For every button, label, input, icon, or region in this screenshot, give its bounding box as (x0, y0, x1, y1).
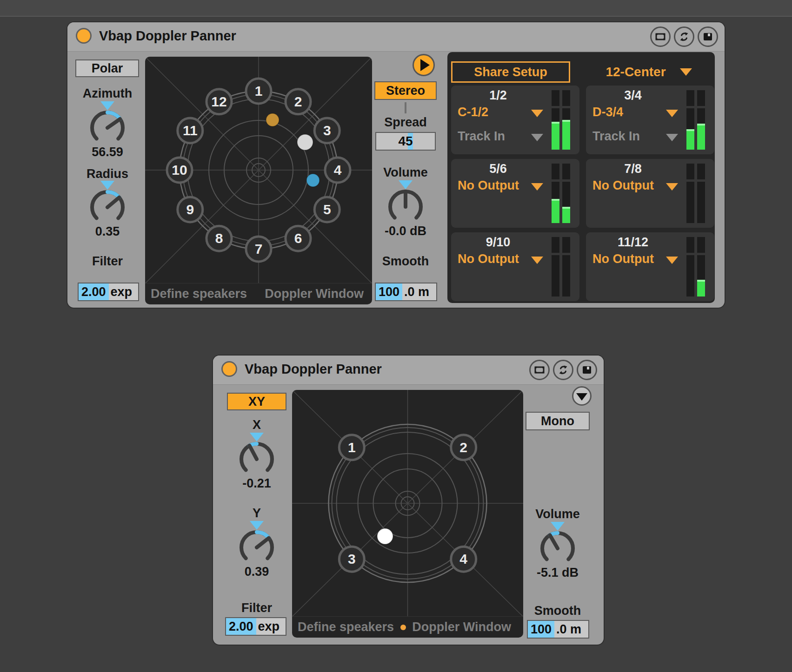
meter-notch (552, 106, 559, 108)
azimuth-knob-dial[interactable] (85, 107, 130, 147)
volume-value[interactable]: -5.1 dB (537, 566, 579, 580)
device-title-bar[interactable]: Vbap Doppler Panner (67, 22, 725, 52)
x-value[interactable]: -0.21 (242, 476, 271, 491)
filter-numbox[interactable]: 2.00 exp (225, 617, 286, 636)
volume-knob-dial[interactable] (535, 527, 580, 567)
chevron-down-icon[interactable] (666, 134, 678, 141)
chevron-down-icon[interactable] (666, 110, 678, 117)
output-select[interactable]: No Output (458, 252, 519, 266)
radius-knob-dial[interactable] (85, 186, 130, 226)
volume-knob[interactable]: -5.1 dB (535, 522, 580, 580)
blue-source-dot[interactable] (306, 174, 319, 187)
sync-arrows-icon (558, 364, 569, 376)
chevron-down-icon[interactable] (531, 257, 543, 264)
svg-text:2: 2 (294, 94, 302, 109)
svg-text:3: 3 (348, 551, 356, 567)
ableton-device-view: Vbap Doppler Panner (0, 0, 792, 672)
chevron-down-icon[interactable] (666, 183, 678, 191)
speaker-2: 2 (451, 435, 476, 460)
level-meter (697, 164, 705, 223)
azimuth-value[interactable]: 56.59 (92, 145, 123, 159)
save-preset-button[interactable] (698, 26, 718, 47)
cell-channel-label: 9/10 (451, 235, 545, 250)
smooth-value[interactable]: 100 (376, 283, 402, 300)
orange-source-dot[interactable] (266, 113, 279, 126)
white-source-dot[interactable] (377, 528, 393, 544)
spread-value[interactable]: 45 (376, 133, 435, 150)
speaker-preset-dropdown[interactable]: 12-Center (586, 61, 712, 83)
define-speakers-link[interactable]: Define speakers (151, 287, 247, 301)
play-button[interactable] (413, 54, 435, 76)
volume-knob-dial[interactable] (383, 186, 428, 226)
x-knob-dial[interactable] (234, 438, 279, 478)
volume-knob[interactable]: -0.0 dB (383, 180, 428, 238)
smooth-numbox[interactable]: 100 .0 m (527, 620, 589, 639)
y-knob-dial[interactable] (234, 527, 279, 567)
radius-value[interactable]: 0.35 (95, 224, 120, 239)
meter-fill (552, 122, 559, 150)
svg-text:10: 10 (172, 162, 187, 178)
silver-source-dot[interactable] (297, 134, 313, 150)
fold-button[interactable] (572, 386, 592, 406)
output-select[interactable]: No Output (458, 178, 519, 193)
channel-mode-stereo[interactable]: Stereo (374, 81, 437, 100)
x-knob[interactable]: -0.21 (234, 433, 279, 491)
max-editor-button[interactable] (650, 26, 671, 47)
speaker-5: 5 (314, 197, 339, 222)
xy-display-canvas[interactable]: 1234 (292, 390, 523, 617)
output-select[interactable]: D-3/4 (592, 105, 623, 119)
volume-value[interactable]: -0.0 dB (385, 224, 426, 238)
cell-channel-label: 11/12 (586, 235, 680, 250)
doppler-window-link[interactable]: Doppler Window (412, 620, 511, 634)
device-activator-led[interactable] (221, 361, 237, 377)
meter-fill (697, 280, 705, 296)
speaker-3: 3 (314, 118, 339, 143)
max-editor-button[interactable] (529, 360, 550, 380)
y-knob[interactable]: 0.39 (234, 521, 279, 579)
mode-toggle-xy[interactable]: XY (227, 393, 286, 410)
hot-swap-button[interactable] (674, 26, 694, 47)
chevron-down-icon[interactable] (531, 134, 543, 141)
chevron-down-icon[interactable] (666, 257, 678, 264)
define-speakers-link[interactable]: Define speakers (298, 620, 394, 634)
filter-numbox[interactable]: 2.00 exp (78, 283, 139, 301)
speaker-12: 12 (206, 89, 232, 114)
filter-value[interactable]: 2.00 (79, 283, 109, 300)
speaker-preset-value[interactable]: 12-Center (606, 65, 666, 79)
polar-panner-display[interactable]: 123456789101112 Define speakers Doppler … (145, 57, 372, 304)
output-routing-panel: Share Setup 12-Center 1/2C-1/2Track In3/… (447, 52, 715, 303)
device-title-bar[interactable]: Vbap Doppler Panner (213, 356, 604, 385)
output-select[interactable]: C-1/2 (458, 105, 488, 119)
y-value[interactable]: 0.39 (245, 565, 269, 579)
frame-icon (534, 365, 545, 375)
doppler-window-link[interactable]: Doppler Window (265, 287, 364, 301)
spread-slider[interactable]: 45 (375, 132, 436, 151)
save-preset-button[interactable] (577, 360, 597, 380)
mode-toggle-polar[interactable]: Polar (75, 59, 139, 77)
filter-unit: exp (109, 283, 138, 300)
input-select[interactable]: Track In (458, 129, 505, 144)
frame-icon (655, 32, 666, 41)
svg-text:8: 8 (215, 231, 223, 246)
device-activator-led[interactable] (76, 28, 92, 44)
hot-swap-button[interactable] (553, 360, 573, 380)
share-setup-button[interactable]: Share Setup (451, 61, 570, 83)
chevron-down-icon[interactable] (680, 68, 692, 76)
smooth-numbox[interactable]: 100 .0 m (375, 283, 437, 301)
chevron-down-icon[interactable] (531, 183, 543, 191)
output-select[interactable]: No Output (592, 252, 654, 266)
azimuth-knob[interactable]: 56.59 (85, 101, 130, 159)
radius-knob[interactable]: 0.35 (85, 181, 130, 239)
output-select[interactable]: No Output (592, 178, 654, 193)
level-meter (697, 90, 705, 150)
output-cell: 3/4D-3/4Track In (586, 86, 714, 154)
chevron-down-icon[interactable] (531, 110, 543, 117)
polar-display-canvas[interactable]: 123456789101112 (145, 57, 372, 283)
smooth-value[interactable]: 100 (528, 621, 554, 638)
filter-value[interactable]: 2.00 (226, 618, 256, 635)
output-cell: 11/12No Output (586, 232, 714, 301)
xy-panner-display[interactable]: 1234 Define speakers Doppler Window (292, 390, 523, 638)
svg-text:2: 2 (459, 440, 467, 455)
channel-mode-mono[interactable]: Mono (526, 412, 590, 430)
input-select[interactable]: Track In (592, 129, 640, 144)
